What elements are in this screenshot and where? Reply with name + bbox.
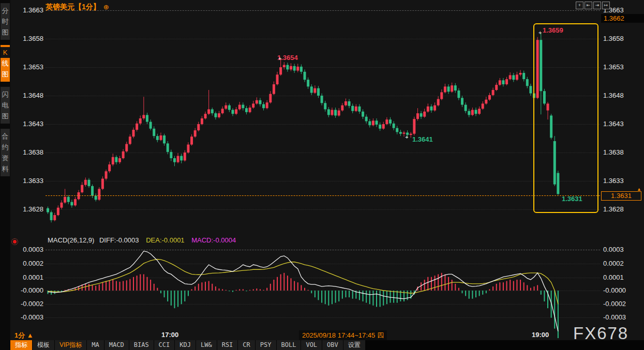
- price-axis-label-left: 1.3653: [10, 64, 43, 71]
- price-axis-label-right: 1.3628: [603, 206, 641, 213]
- last-price-cell: 1.3631: [601, 191, 641, 201]
- macd-diff-value: DIFF:-0.0003: [99, 236, 139, 244]
- macd-dea-value: DEA:-0.0001: [146, 236, 184, 244]
- macd-axis-label-right: 0.0001: [603, 274, 641, 281]
- toolbar-tab-PSY[interactable]: PSY: [256, 340, 276, 350]
- diff-line: [48, 251, 558, 331]
- toolbar-tab-设置[interactable]: 设置: [343, 340, 365, 350]
- macd-header: MACD(26,12,9) DIFF:-0.0003 DEA:-0.0001 M…: [48, 236, 236, 244]
- watermark: FX678: [573, 324, 628, 343]
- price-axis-label-left: 1.3638: [10, 149, 43, 156]
- sidebar-tab-K线图[interactable]: K线图: [1, 45, 10, 82]
- macd-macd-value: MACD:-0.0004: [191, 236, 236, 244]
- highlight-box: [533, 23, 598, 213]
- current-price-line: [46, 195, 600, 196]
- scale-left-icon[interactable]: ⇤: [585, 2, 592, 9]
- price-axis-label-left: 1.3628: [10, 206, 43, 213]
- time-label-17: 17:00: [161, 331, 178, 339]
- price-axis-label-right: 1.3648: [603, 92, 641, 99]
- price-up-arrow-icon: ▲: [637, 187, 641, 192]
- toolbar-tab-指标[interactable]: 指标: [10, 340, 32, 350]
- price-axis-label-right: 1.3633: [603, 177, 641, 185]
- macd-chart[interactable]: [46, 244, 600, 340]
- sidebar-tab-分时图[interactable]: 分时图: [1, 3, 10, 40]
- sidebar-tab-合约资料[interactable]: 合约资料: [1, 129, 10, 176]
- time-range-label: 2025/09/18 17:44~17:45 四: [299, 330, 387, 341]
- macd-axis-label-right: 0.0003: [603, 246, 641, 253]
- indicator-toolbar: 指标模板VIP指标MAMACDBIASCCIKDJLW&RSICRPSYBOLL…: [10, 340, 644, 350]
- scale-right-icon[interactable]: ⇥: [593, 2, 601, 9]
- macd-axis-label-left: 0.0001: [10, 274, 43, 281]
- toolbar-tab-MA[interactable]: MA: [87, 340, 103, 350]
- macd-axis-label-right: 0.0002: [603, 260, 641, 267]
- price-axis-label-right: 1.3643: [603, 120, 641, 128]
- toolbar-tab-VOL[interactable]: VOL: [301, 340, 322, 350]
- session-high-price-cell: 1.3662: [601, 14, 644, 23]
- price-axis-label-left: 1.3663: [10, 7, 43, 14]
- time-label-19: 19:00: [532, 331, 549, 339]
- spike-marker-icon: +: [538, 29, 542, 36]
- price-axis-label-left: 1.3658: [10, 35, 43, 42]
- chart-control-icons: +⇤⇥↦: [576, 2, 610, 9]
- chart-type-sidebar: 分时图K线图闪电图合约资料: [0, 0, 10, 350]
- local-low-label: 1.3641: [412, 135, 433, 143]
- move-icon[interactable]: +: [576, 2, 583, 9]
- sidebar-tab-闪电图[interactable]: 闪电图: [1, 87, 10, 124]
- macd-axis-label-left: 0.0003: [10, 246, 43, 253]
- dea-line: [48, 260, 558, 305]
- price-axis-label-left: 1.3633: [10, 177, 43, 185]
- price-axis-label-right: 1.3653: [603, 64, 641, 71]
- toolbar-tab-BIAS[interactable]: BIAS: [129, 340, 154, 350]
- chart-window: 分时图K线图闪电图合约资料 英镑美元【1分】⊕ +⇤⇥↦ 1.36631.366…: [0, 0, 644, 350]
- macd-title: MACD(26,12,9): [48, 236, 94, 244]
- price-axis-label-right: 1.3658: [603, 35, 641, 42]
- macd-axis-label-left: -0.0000: [10, 287, 43, 294]
- toolbar-tab-CCI[interactable]: CCI: [154, 340, 175, 350]
- high-marker-icon: +: [278, 55, 281, 62]
- price-axis-label-left: 1.3648: [10, 92, 43, 99]
- toolbar-tab-RSI[interactable]: RSI: [217, 340, 238, 350]
- macd-axis-label-left: 0.0002: [10, 260, 43, 267]
- macd-axis-label-right: -0.0000: [603, 287, 641, 294]
- toolbar-tab-LW&[interactable]: LW&: [196, 340, 217, 350]
- price-axis-label-left: 1.3643: [10, 120, 43, 128]
- candlestick-chart[interactable]: [46, 10, 600, 234]
- toolbar-tab-VIP指标[interactable]: VIP指标: [55, 340, 86, 350]
- macd-axis-label-left: -0.0003: [10, 314, 43, 321]
- toolbar-tab-BOLL[interactable]: BOLL: [277, 340, 301, 350]
- macd-axis-label-right: -0.0003: [603, 314, 641, 321]
- toolbar-tab-模板[interactable]: 模板: [33, 340, 54, 350]
- macd-axis-label-right: -0.0002: [603, 300, 641, 308]
- last-price-label: 1.3631: [562, 195, 582, 203]
- pan-right-icon[interactable]: ↦: [602, 2, 610, 9]
- macd-axis-label-left: -0.0002: [10, 300, 43, 308]
- toolbar-tab-CR[interactable]: CR: [238, 340, 254, 350]
- symbol-name: 英镑美元: [46, 3, 74, 11]
- toolbar-tab-MACD[interactable]: MACD: [104, 340, 129, 350]
- add-indicator-icon[interactable]: ⊕: [103, 3, 109, 11]
- toolbar-tab-KDJ[interactable]: KDJ: [175, 340, 196, 350]
- low-marker-icon: +: [405, 134, 408, 140]
- period-label: 【1分】: [74, 3, 100, 11]
- spike-high-label: 1.3659: [543, 26, 563, 34]
- interval-arrow-icon: ▲: [27, 331, 34, 339]
- live-indicator-icon: [13, 240, 17, 244]
- symbol-title: 英镑美元【1分】⊕: [46, 3, 109, 12]
- toolbar-tab-OBV[interactable]: OBV: [322, 340, 343, 350]
- time-axis: 1分 ▲ 17:00 2025/09/18 17:44~17:45 四 19:0…: [10, 330, 644, 340]
- price-axis-label-right: 1.3638: [603, 149, 641, 156]
- interval-selector[interactable]: 1分 ▲: [14, 331, 34, 340]
